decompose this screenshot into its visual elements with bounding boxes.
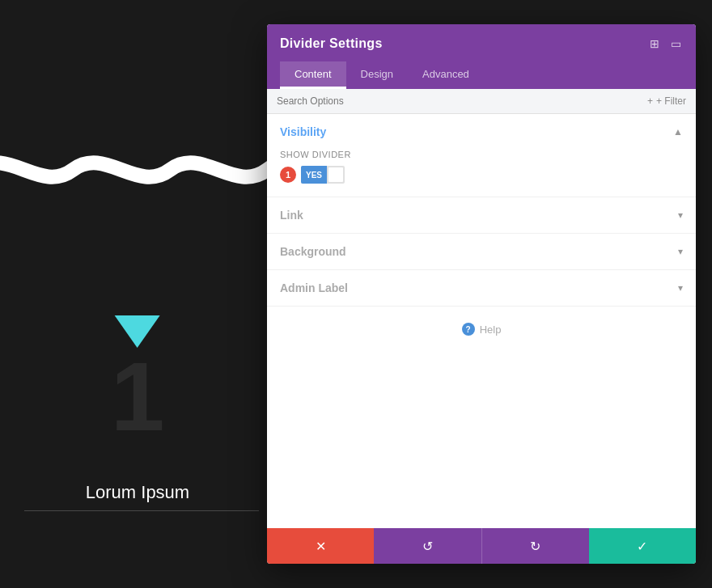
panel-close-icon[interactable]: ▭ (669, 36, 683, 52)
visibility-section: Visibility ▲ Show Divider 1 YES (267, 114, 696, 197)
link-chevron-icon: ▾ (678, 209, 683, 221)
background-chevron-icon: ▾ (678, 246, 683, 257)
wave-decoration (0, 137, 291, 205)
help-row: ? Help (267, 307, 696, 352)
visibility-title: Visibility (280, 125, 326, 138)
settings-panel: Divider Settings ⊞ ▭ Content Design Adva… (267, 24, 696, 564)
help-icon: ? (462, 323, 475, 336)
visibility-section-content: Show Divider 1 YES (267, 150, 696, 197)
cancel-button[interactable]: ✕ (267, 528, 374, 564)
visibility-section-header[interactable]: Visibility ▲ (267, 114, 696, 150)
admin-label-title: Admin Label (280, 281, 348, 294)
link-section: Link ▾ (267, 197, 696, 234)
redo-button[interactable]: ↻ (481, 528, 589, 564)
panel-title: Divider Settings (280, 36, 383, 51)
canvas-area: 1 Lorum Ipsum (0, 0, 275, 588)
search-bar: + + Filter (267, 89, 696, 114)
redo-icon: ↻ (530, 539, 540, 554)
filter-label: + Filter (656, 95, 686, 107)
background-section: Background ▾ (267, 234, 696, 270)
tabs-row: Content Design Advanced (280, 61, 683, 89)
background-title: Background (280, 245, 346, 258)
tab-design[interactable]: Design (346, 61, 408, 89)
toggle-yes-label: YES (301, 166, 327, 184)
panel-footer: ✕ ↺ ↻ ✓ (267, 528, 696, 564)
filter-plus-icon: + (647, 95, 653, 107)
show-divider-label: Show Divider (280, 150, 683, 159)
save-icon: ✓ (637, 539, 647, 554)
toggle-thumb (328, 167, 343, 182)
panel-content: Visibility ▲ Show Divider 1 YES Link ▾ (267, 114, 696, 528)
admin-label-section: Admin Label ▾ (267, 270, 696, 307)
panel-icons: ⊞ ▭ (648, 36, 683, 52)
reset-button[interactable]: ↺ (374, 528, 481, 564)
show-divider-toggle[interactable]: YES (301, 166, 345, 184)
visibility-chevron-icon: ▲ (673, 126, 683, 137)
background-section-header[interactable]: Background ▾ (267, 234, 696, 269)
panel-header: Divider Settings ⊞ ▭ Content Design Adva… (267, 24, 696, 89)
panel-title-row: Divider Settings ⊞ ▭ (280, 36, 683, 52)
toggle-badge: 1 (280, 167, 296, 183)
tab-content[interactable]: Content (280, 61, 346, 89)
canvas-divider-line (24, 510, 259, 511)
link-title: Link (280, 209, 303, 222)
canvas-icon-group: 1 (111, 315, 165, 445)
canvas-number: 1 (111, 348, 165, 445)
admin-label-chevron-icon: ▾ (678, 282, 683, 294)
save-button[interactable]: ✓ (589, 528, 696, 564)
show-divider-toggle-container: 1 YES (280, 166, 683, 184)
canvas-title: Lorum Ipsum (86, 482, 189, 503)
search-input[interactable] (277, 95, 647, 107)
help-button[interactable]: ? Help (462, 323, 502, 336)
link-section-header[interactable]: Link ▾ (267, 197, 696, 233)
reset-icon: ↺ (422, 539, 433, 554)
admin-label-section-header[interactable]: Admin Label ▾ (267, 270, 696, 306)
cancel-icon: ✕ (316, 539, 326, 554)
tab-advanced[interactable]: Advanced (408, 61, 484, 89)
help-label: Help (480, 324, 502, 336)
panel-settings-icon[interactable]: ⊞ (648, 36, 661, 52)
filter-button[interactable]: + + Filter (647, 95, 686, 107)
